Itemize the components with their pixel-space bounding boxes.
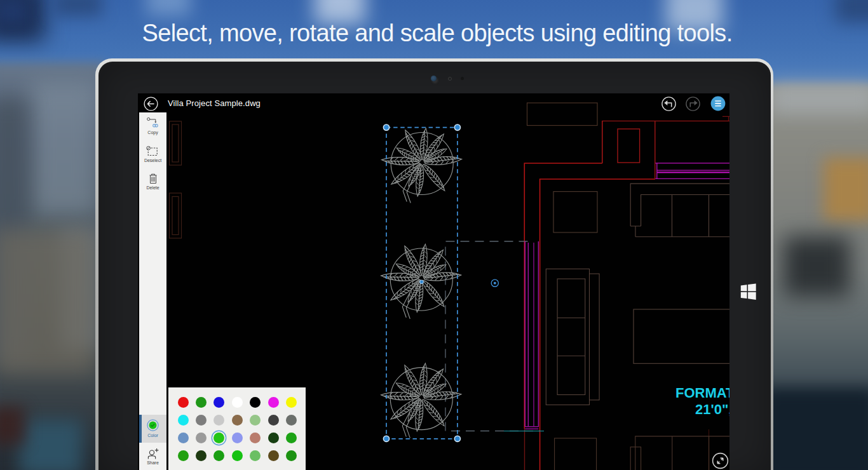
svg-text:21'0",: 21'0",: [695, 401, 729, 417]
svg-text:FORMAT: FORMAT: [675, 385, 729, 401]
